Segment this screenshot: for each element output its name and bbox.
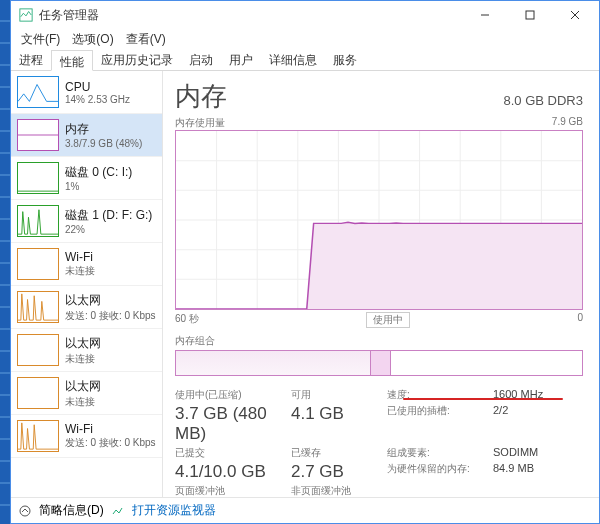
- sidebar-item[interactable]: 以太网发送: 0 接收: 0 Kbps: [11, 286, 162, 329]
- thumb-chart: [17, 291, 59, 323]
- sidebar-item-name: CPU: [65, 80, 130, 94]
- sidebar-item[interactable]: 以太网未连接: [11, 329, 162, 372]
- thumb-chart: [17, 162, 59, 194]
- stat-label: 页面缓冲池: [175, 484, 285, 497]
- stat-committed: 4.1/10.0 GB: [175, 462, 285, 482]
- sidebar-item-name: 以太网: [65, 335, 101, 352]
- sidebar-item-sub: 未连接: [65, 395, 101, 409]
- titlebar: 任务管理器: [11, 1, 599, 29]
- fewer-details-button[interactable]: 简略信息(D): [39, 502, 104, 519]
- sidebar-item-name: 内存: [65, 121, 142, 138]
- sidebar-item-name: Wi-Fi: [65, 422, 156, 436]
- stat-label: 非页面缓冲池: [291, 484, 381, 497]
- stat-speed: 1600 MHz: [493, 388, 573, 402]
- sidebar-item[interactable]: 磁盘 1 (D: F: G:)22%: [11, 200, 162, 243]
- tabbar: 进程性能应用历史记录启动用户详细信息服务: [11, 49, 599, 71]
- tab-4[interactable]: 用户: [221, 49, 261, 70]
- stat-in-use: 3.7 GB (480 MB): [175, 404, 285, 444]
- svg-point-19: [20, 506, 30, 516]
- thumb-chart: [17, 420, 59, 452]
- sidebar-item-sub: 发送: 0 接收: 0 Kbps: [65, 309, 156, 323]
- stat-cached: 2.7 GB: [291, 462, 381, 482]
- chevron-up-icon[interactable]: [19, 505, 31, 517]
- sidebar-item-sub: 1%: [65, 181, 132, 192]
- chart-max: 7.9 GB: [552, 116, 583, 130]
- axis-right: 0: [577, 312, 583, 328]
- thumb-chart: [17, 119, 59, 151]
- tab-3[interactable]: 启动: [181, 49, 221, 70]
- stat-available: 4.1 GB: [291, 404, 381, 444]
- app-icon: [19, 8, 33, 22]
- sidebar-item[interactable]: Wi-Fi未连接: [11, 243, 162, 286]
- sidebar-item-sub: 3.8/7.9 GB (48%): [65, 138, 142, 149]
- sidebar-item-name: 以太网: [65, 292, 156, 309]
- stat-formfactor: SODIMM: [493, 446, 573, 460]
- main-panel: 内存 8.0 GB DDR3 内存使用量 7.9 GB 60 秒 使用中 0 内…: [163, 71, 599, 497]
- sidebar-item[interactable]: Wi-Fi发送: 0 接收: 0 Kbps: [11, 415, 162, 458]
- menu-file[interactable]: 文件(F): [17, 31, 64, 48]
- memory-usage-chart: [175, 130, 583, 310]
- stat-label: 可用: [291, 388, 381, 402]
- sidebar: CPU14% 2.53 GHz内存3.8/7.9 GB (48%)磁盘 0 (C…: [11, 71, 163, 497]
- thumb-chart: [17, 334, 59, 366]
- task-manager-window: 任务管理器 文件(F) 选项(O) 查看(V) 进程性能应用历史记录启动用户详细…: [10, 0, 600, 524]
- sidebar-item-sub: 发送: 0 接收: 0 Kbps: [65, 436, 156, 450]
- axis-left: 60 秒: [175, 312, 199, 328]
- memory-composition-chart: [175, 350, 583, 376]
- stat-hwreserved: 84.9 MB: [493, 462, 573, 482]
- thumb-chart: [17, 248, 59, 280]
- sidebar-item[interactable]: 磁盘 0 (C: I:)1%: [11, 157, 162, 200]
- stat-label: 使用中(已压缩): [175, 388, 285, 402]
- sidebar-item-name: Wi-Fi: [65, 250, 95, 264]
- tab-0[interactable]: 进程: [11, 49, 51, 70]
- chart-label: 内存使用量: [175, 116, 225, 130]
- stat-label: 已使用的插槽:: [387, 404, 487, 444]
- thumb-chart: [17, 377, 59, 409]
- sidebar-item[interactable]: 内存3.8/7.9 GB (48%): [11, 114, 162, 157]
- tab-5[interactable]: 详细信息: [261, 49, 325, 70]
- sidebar-item-sub: 未连接: [65, 352, 101, 366]
- sidebar-item-name: 以太网: [65, 378, 101, 395]
- menu-options[interactable]: 选项(O): [68, 31, 117, 48]
- page-title: 内存: [175, 79, 227, 114]
- stat-label: 已缓存: [291, 446, 381, 460]
- svg-rect-2: [526, 11, 534, 19]
- close-button[interactable]: [552, 1, 597, 29]
- stat-label: 为硬件保留的内存:: [387, 462, 487, 482]
- window-title: 任务管理器: [39, 7, 99, 24]
- sidebar-item-sub: 22%: [65, 224, 152, 235]
- sidebar-item[interactable]: CPU14% 2.53 GHz: [11, 71, 162, 114]
- menubar: 文件(F) 选项(O) 查看(V): [11, 29, 599, 49]
- thumb-chart: [17, 205, 59, 237]
- stats-grid: 使用中(已压缩) 可用 速度: 1600 MHz 3.7 GB (480 MB)…: [175, 388, 583, 497]
- memory-spec: 8.0 GB DDR3: [504, 93, 583, 108]
- axis-mid: 使用中: [366, 312, 410, 328]
- stat-label: 组成要素:: [387, 446, 487, 460]
- monitor-icon: [112, 505, 124, 517]
- stat-label: 已提交: [175, 446, 285, 460]
- tab-2[interactable]: 应用历史记录: [93, 49, 181, 70]
- sidebar-item[interactable]: 以太网未连接: [11, 372, 162, 415]
- maximize-button[interactable]: [507, 1, 552, 29]
- sidebar-item-sub: 未连接: [65, 264, 95, 278]
- minimize-button[interactable]: [462, 1, 507, 29]
- stat-slots: 2/2: [493, 404, 573, 444]
- tab-6[interactable]: 服务: [325, 49, 365, 70]
- sidebar-item-name: 磁盘 0 (C: I:): [65, 164, 132, 181]
- open-resource-monitor-link[interactable]: 打开资源监视器: [132, 502, 216, 519]
- menu-view[interactable]: 查看(V): [122, 31, 170, 48]
- tab-1[interactable]: 性能: [51, 50, 93, 71]
- sidebar-item-sub: 14% 2.53 GHz: [65, 94, 130, 105]
- thumb-chart: [17, 76, 59, 108]
- composition-label: 内存组合: [175, 334, 583, 348]
- statusbar: 简略信息(D) 打开资源监视器: [11, 497, 599, 523]
- sidebar-item-name: 磁盘 1 (D: F: G:): [65, 207, 152, 224]
